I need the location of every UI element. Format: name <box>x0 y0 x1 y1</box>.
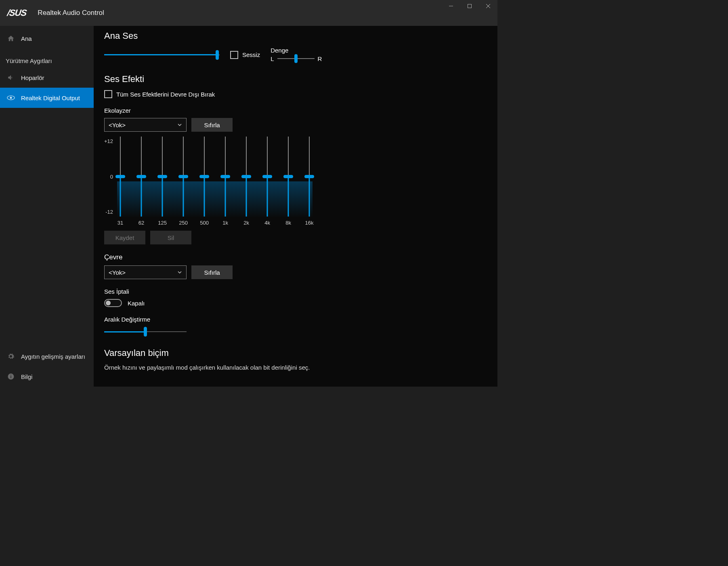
eq-band-16k[interactable] <box>306 137 313 217</box>
environment-preset-value: <Yok> <box>109 269 126 276</box>
main-volume-slider[interactable] <box>104 50 220 60</box>
equalizer-preset-value: <Yok> <box>109 122 126 128</box>
chevron-down-icon <box>177 122 182 127</box>
sidebar-item-label: Hoparlör <box>21 74 44 81</box>
sidebar: Ana Yürütme Aygıtları Hoparlör Realtek D… <box>0 26 94 387</box>
eq-band-1k[interactable] <box>222 137 229 217</box>
sidebar-item-label: Ana <box>21 35 32 42</box>
home-icon <box>6 35 15 42</box>
svg-rect-0 <box>468 4 472 8</box>
voice-cancel-toggle[interactable]: Kapalı <box>104 299 481 307</box>
minimize-button[interactable] <box>442 0 460 12</box>
balance-slider[interactable] <box>277 55 315 63</box>
voice-cancel-title: Ses İptali <box>104 288 481 295</box>
default-format-title: Varsayılan biçim <box>104 348 481 358</box>
eq-freq-label: 2k <box>243 220 249 226</box>
eq-band-8k[interactable] <box>285 137 292 217</box>
titlebar: /SUS Realtek Audio Control <box>0 0 497 26</box>
sidebar-item-advanced[interactable]: Aygıtın gelişmiş ayarları <box>0 346 94 366</box>
equalizer-bands: 31 62 125 250 500 1k 2k 4k 8k 16k <box>117 137 313 226</box>
close-button[interactable] <box>479 0 497 12</box>
gear-icon <box>6 353 15 360</box>
balance-left-label: L <box>271 55 274 62</box>
balance-title: Denge <box>271 47 322 54</box>
eq-freq-label: 8k <box>285 220 291 226</box>
svg-rect-4 <box>10 376 11 378</box>
equalizer-reset-button[interactable]: Sıfırla <box>191 118 233 132</box>
voice-cancel-value: Kapalı <box>128 300 145 307</box>
disable-all-effects-checkbox[interactable]: Tüm Ses Efektlerini Devre Dışı Bırak <box>104 90 481 98</box>
eq-band-2k[interactable] <box>243 137 250 217</box>
eq-band-500[interactable] <box>201 137 208 217</box>
mute-label: Sessiz <box>242 51 260 58</box>
eq-freq-label: 500 <box>200 220 209 226</box>
equalizer-title: Ekolayzer <box>104 107 481 114</box>
eq-band-4k[interactable] <box>264 137 271 217</box>
equalizer-delete-button[interactable]: Sil <box>150 231 191 244</box>
eq-band-31[interactable] <box>117 137 124 217</box>
eq-band-125[interactable] <box>159 137 166 217</box>
info-icon <box>6 373 15 380</box>
eq-band-250[interactable] <box>180 137 187 217</box>
disable-all-effects-label: Tüm Ses Efektlerini Devre Dışı Bırak <box>116 91 215 98</box>
environment-reset-button[interactable]: Sıfırla <box>191 265 233 279</box>
eq-freq-label: 4k <box>264 220 270 226</box>
speaker-icon <box>6 74 15 81</box>
app-title: Realtek Audio Control <box>38 9 104 17</box>
mute-checkbox[interactable]: Sessiz <box>230 51 260 59</box>
eq-freq-label: 62 <box>138 220 144 226</box>
equalizer-preset-dropdown[interactable]: <Yok> <box>104 118 187 132</box>
chevron-down-icon <box>177 270 182 275</box>
maximize-button[interactable] <box>460 0 479 12</box>
main-sound-title: Ana Ses <box>104 31 481 41</box>
pitch-shift-slider[interactable] <box>104 327 187 337</box>
sidebar-item-speaker[interactable]: Hoparlör <box>0 67 94 88</box>
eq-freq-label: 1k <box>222 220 228 226</box>
svg-point-2 <box>10 97 12 99</box>
sidebar-item-digital-output[interactable]: Realtek Digital Output <box>0 88 94 108</box>
content-panel: Ana Ses Sessiz Denge L <box>94 26 497 387</box>
environment-preset-dropdown[interactable]: <Yok> <box>104 265 187 279</box>
digital-output-icon <box>6 95 15 101</box>
svg-rect-5 <box>10 375 11 376</box>
eq-y-bot: -12 <box>105 209 113 215</box>
eq-y-top: +12 <box>104 138 113 144</box>
sidebar-item-info[interactable]: Bilgi <box>0 366 94 387</box>
environment-title: Çevre <box>104 253 481 261</box>
sidebar-item-label: Bilgi <box>21 373 32 380</box>
sidebar-item-label: Aygıtın gelişmiş ayarları <box>21 353 85 360</box>
sound-effect-title: Ses Efekti <box>104 74 481 84</box>
eq-freq-label: 16k <box>305 220 314 226</box>
eq-band-62[interactable] <box>138 137 145 217</box>
eq-freq-label: 31 <box>117 220 123 226</box>
eq-y-mid: 0 <box>110 174 113 180</box>
asus-logo: /SUS <box>6 8 27 18</box>
sidebar-item-label: Realtek Digital Output <box>21 95 80 101</box>
pitch-shift-title: Aralık Değiştirme <box>104 316 481 323</box>
sidebar-item-home[interactable]: Ana <box>0 28 94 48</box>
equalizer-save-button[interactable]: Kaydet <box>104 231 145 244</box>
window-controls <box>442 0 497 12</box>
playback-devices-header: Yürütme Aygıtları <box>0 53 94 67</box>
eq-freq-label: 125 <box>158 220 167 226</box>
eq-freq-label: 250 <box>179 220 188 226</box>
balance-right-label: R <box>318 55 322 62</box>
default-format-desc: Örnek hızını ve paylaşımlı mod çalışırke… <box>104 364 481 371</box>
